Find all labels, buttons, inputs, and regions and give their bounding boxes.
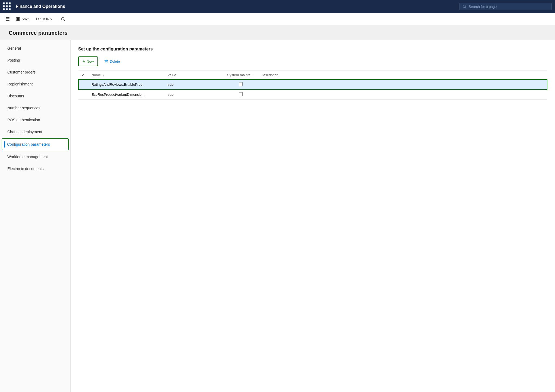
search-input[interactable] (469, 5, 549, 9)
sidebar-item-discounts[interactable]: Discounts (0, 90, 70, 102)
delete-button-label: Delete (110, 59, 120, 63)
hamburger-menu-icon[interactable]: ☰ (3, 15, 12, 23)
save-button[interactable]: Save (13, 16, 32, 22)
page-title: Commerce parameters (9, 30, 68, 36)
sidebar-item-pos-authentication[interactable]: POS authentication (0, 114, 70, 126)
page-container: Commerce parameters GeneralPostingCustom… (0, 25, 555, 392)
row-sys-1[interactable] (224, 90, 258, 100)
page-title-bar: Commerce parameters (0, 25, 555, 40)
row-check-1[interactable] (78, 90, 88, 100)
col-desc-label: Description (261, 73, 278, 77)
table-row[interactable]: EcoResProductVariantDimensio... true (78, 90, 547, 100)
top-search-box[interactable] (459, 3, 552, 10)
col-name[interactable]: Name ↑ (88, 71, 164, 80)
new-button[interactable]: + New (78, 56, 98, 66)
col-sys-label: System maintai... (227, 73, 254, 77)
sidebar-item-configuration-parameters[interactable]: Configuration parameters (2, 138, 69, 150)
row-sys-0[interactable] (224, 79, 258, 90)
sidebar-item-workforce-management[interactable]: Workforce management (0, 151, 70, 163)
svg-rect-4 (17, 19, 19, 21)
sidebar-item-posting[interactable]: Posting (0, 54, 70, 66)
sidebar-item-customer-orders[interactable]: Customer orders (0, 66, 70, 78)
svg-rect-8 (105, 60, 107, 60)
col-check: ✓ (78, 71, 88, 80)
row-name-1: EcoResProductVariantDimensio... (88, 90, 164, 100)
sidebar-item-general[interactable]: General (0, 42, 70, 54)
action-bar: + New Delete (78, 56, 547, 66)
sidebar: GeneralPostingCustomer ordersReplenishme… (0, 40, 71, 392)
col-system-maintained[interactable]: System maintai... (224, 71, 258, 80)
plus-icon: + (83, 59, 85, 64)
row-desc-0 (258, 79, 547, 90)
toolbar-search-icon (61, 17, 65, 21)
row-value-0: true (164, 79, 224, 90)
row-desc-1 (258, 90, 547, 100)
sidebar-item-replenishment[interactable]: Replenishment (0, 78, 70, 90)
options-button[interactable]: OPTIONS (33, 16, 55, 22)
svg-line-6 (64, 20, 65, 21)
sidebar-item-electronic-documents[interactable]: Electronic documents (0, 163, 70, 175)
sort-arrow-icon: ↑ (103, 74, 104, 77)
app-title: Finance and Operations (16, 4, 455, 9)
row-name-0: RatingsAndReviews.EnableProd... (88, 79, 164, 90)
delete-button[interactable]: Delete (100, 56, 124, 66)
sidebar-item-number-sequences[interactable]: Number sequences (0, 102, 70, 114)
col-description[interactable]: Description (258, 71, 547, 80)
toolbar: ☰ Save OPTIONS (0, 13, 555, 25)
search-icon (462, 4, 467, 9)
section-title: Set up the configuration parameters (78, 47, 547, 52)
new-button-label: New (87, 59, 94, 63)
col-value-label: Value (167, 73, 176, 77)
col-value[interactable]: Value (164, 71, 224, 80)
row-value-1: true (164, 90, 224, 100)
svg-point-5 (61, 17, 64, 20)
apps-grid-icon[interactable] (3, 2, 11, 11)
top-bar: Finance and Operations (0, 0, 555, 13)
sys-checkbox-0[interactable] (239, 82, 243, 86)
sidebar-item-channel-deployment[interactable]: Channel deployment (0, 126, 70, 138)
col-name-label: Name (91, 73, 101, 77)
main-layout: GeneralPostingCustomer ordersReplenishme… (0, 40, 555, 392)
sys-checkbox-1[interactable] (239, 92, 243, 96)
config-table: ✓ Name ↑ Value System maintai... (78, 71, 547, 100)
svg-rect-3 (17, 17, 19, 19)
save-icon (16, 17, 20, 21)
trash-icon (104, 59, 108, 63)
content-area: Set up the configuration parameters + Ne… (71, 40, 555, 392)
toolbar-separator (57, 16, 57, 22)
svg-line-1 (465, 7, 466, 8)
toolbar-search-button[interactable] (59, 15, 67, 23)
table-row[interactable]: RatingsAndReviews.EnableProd... true (78, 79, 547, 90)
row-check-0[interactable] (78, 79, 88, 90)
